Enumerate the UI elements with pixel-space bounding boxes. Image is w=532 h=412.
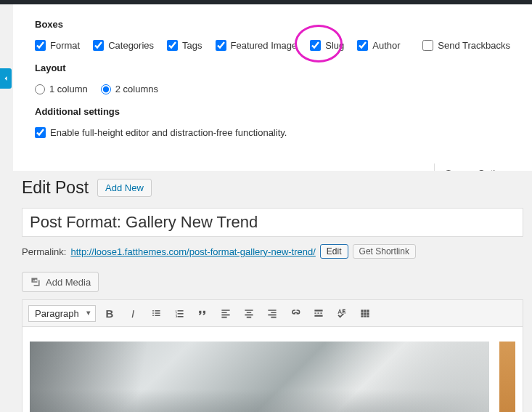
checkbox-categories[interactable]: Categories [93,40,154,51]
boxes-heading: Boxes [35,19,510,30]
checkbox-send-trackbacks-input[interactable] [422,40,433,51]
collapse-menu-tab[interactable] [0,68,12,89]
checkbox-author-input[interactable] [357,40,368,51]
checkbox-tags-label: Tags [182,40,202,51]
add-new-button[interactable]: Add New [97,179,152,197]
checkbox-categories-input[interactable] [93,40,104,51]
editor-body[interactable] [22,327,523,412]
layout-row: 1 column 2 columns [35,84,510,94]
permalink-url[interactable]: http://loose1.fatthemes.com/post-format-… [70,246,315,257]
radio-1-column-label: 1 column [49,84,88,94]
bold-button[interactable]: B [100,304,119,322]
bullet-list-icon [150,307,162,319]
align-center-button[interactable] [240,304,258,322]
italic-button[interactable]: I [123,304,142,322]
checkbox-tags-input[interactable] [167,40,178,51]
align-right-button[interactable] [263,304,282,322]
checkbox-slug[interactable]: Slug [310,40,344,51]
radio-2-columns-input[interactable] [101,84,111,94]
radio-2-columns-label: 2 columns [115,84,158,94]
checkbox-slug-input[interactable] [310,40,321,51]
boxes-row: Format Categories Tags Featured Image Sl… [35,40,510,51]
permalink-label: Permalink: [22,246,66,257]
align-right-icon [266,307,278,319]
editor-box: Paragraph B I [22,299,523,412]
checkbox-author[interactable]: Author [357,40,400,51]
checkbox-send-trackbacks[interactable]: Send Trackbacks [422,40,510,51]
checkbox-full-height-editor[interactable]: Enable full-height editor and distractio… [35,127,287,138]
radio-2-columns[interactable]: 2 columns [101,84,158,94]
permalink-row: Permalink: http://loose1.fatthemes.com/p… [22,244,523,259]
radio-1-column[interactable]: 1 column [35,84,88,94]
checkbox-featured-image-label: Featured Image [231,40,298,51]
post-title-input[interactable] [22,208,523,237]
italic-icon: I [131,307,134,320]
checkbox-full-height-editor-input[interactable] [35,127,46,138]
checkbox-format-input[interactable] [35,40,46,51]
radio-1-column-input[interactable] [35,84,45,94]
edit-permalink-button[interactable]: Edit [320,244,348,259]
get-shortlink-button[interactable]: Get Shortlink [353,244,416,259]
paragraph-format-select[interactable]: Paragraph [28,305,96,322]
page-heading-row: Edit Post Add New [22,178,523,198]
checkbox-author-label: Author [372,40,400,51]
checkbox-featured-image[interactable]: Featured Image [216,40,298,51]
gallery-image[interactable] [30,342,489,412]
quote-icon [197,307,208,319]
read-more-icon [313,307,324,319]
bullet-list-button[interactable] [147,304,165,322]
checkbox-categories-label: Categories [108,40,154,51]
blockquote-button[interactable] [193,304,212,322]
additional-settings-heading: Additional settings [35,106,510,117]
add-media-button[interactable]: Add Media [22,272,99,292]
page-title: Edit Post [22,178,89,198]
checkbox-full-height-editor-label: Enable full-height editor and distractio… [50,127,287,138]
gallery-image-next[interactable] [499,342,515,412]
kitchen-sink-icon [359,307,371,319]
add-media-label: Add Media [46,277,91,288]
insert-link-button[interactable] [286,304,305,322]
align-center-icon [243,307,255,319]
checkbox-tags[interactable]: Tags [167,40,202,51]
toolbar-toggle-button[interactable] [356,304,375,322]
spellcheck-button[interactable] [332,304,351,322]
checkbox-send-trackbacks-label: Send Trackbacks [438,40,510,51]
additional-row: Enable full-height editor and distractio… [35,127,510,138]
align-left-icon [220,307,232,319]
checkbox-slug-label: Slug [325,40,344,51]
checkbox-format-label: Format [50,40,80,51]
link-icon [290,307,301,319]
editor-toolbar: Paragraph B I [22,300,523,327]
align-left-button[interactable] [216,304,235,322]
number-list-button[interactable] [170,304,189,322]
edit-post-content: Edit Post Add New Permalink: http://loos… [13,171,532,412]
media-icon [30,276,41,288]
number-list-icon [173,307,185,319]
insert-more-button[interactable] [309,304,328,322]
bold-icon: B [106,307,114,320]
spellcheck-icon [336,307,348,319]
checkbox-format[interactable]: Format [35,40,80,51]
checkbox-featured-image-input[interactable] [216,40,226,51]
layout-heading: Layout [35,62,510,73]
chevron-left-icon [2,75,9,82]
